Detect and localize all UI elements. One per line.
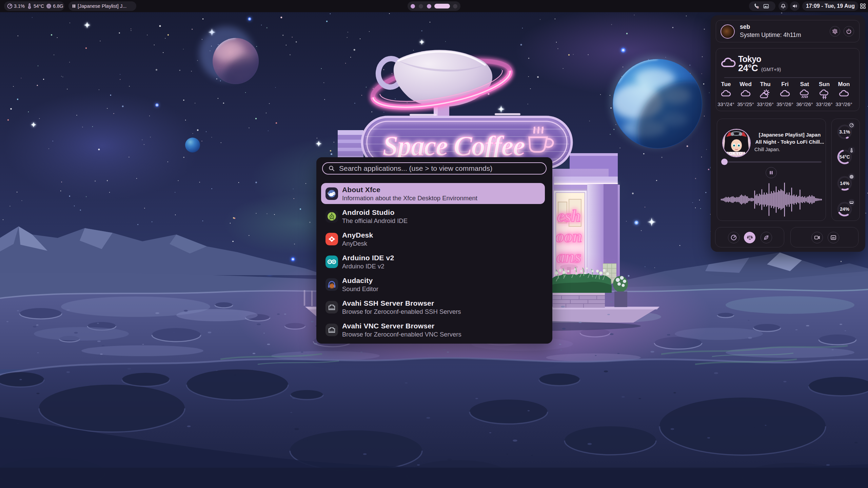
svg-text:Space Coffee: Space Coffee (383, 130, 525, 161)
svg-text:C: C (757, 5, 759, 9)
svg-text:TOKYO L: TOKYO L (726, 151, 747, 156)
svg-text:oon: oon (556, 227, 582, 246)
svg-text:esh: esh (557, 206, 580, 225)
